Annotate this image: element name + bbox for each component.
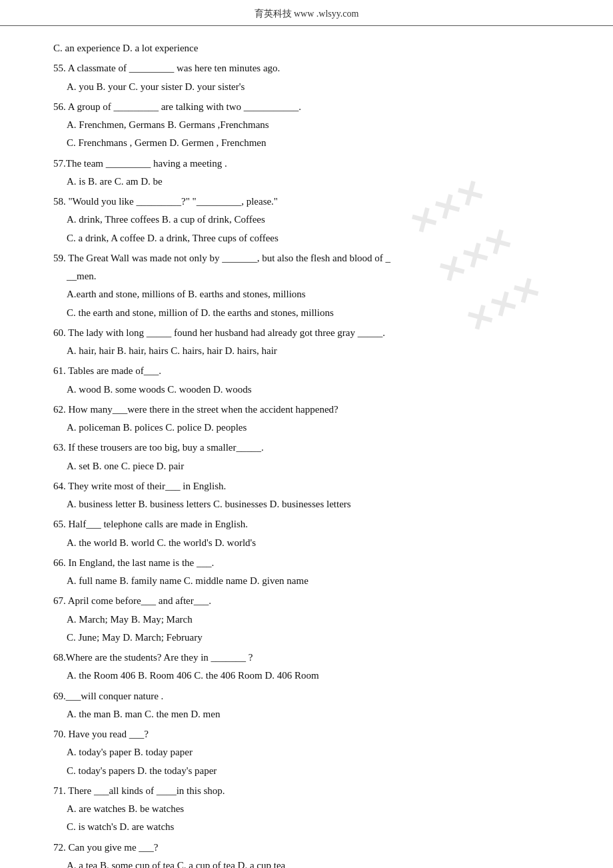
question-block-q71: 71. There ___all kinds of ____in this sh… [53, 782, 573, 836]
question-block-q59: 59. The Great Wall was made not only by … [53, 249, 573, 321]
question-block-q72: 72. Can you give me ___? A. a tea B. som… [53, 839, 573, 869]
question-block-q61: 61. Tables are made of___. A. wood B. so… [53, 362, 573, 398]
question-block-q58: 58. "Would you like _________?" "_______… [53, 193, 573, 247]
question-block-q56: 56. A group of _________ are talking wit… [53, 98, 573, 152]
question-line: 55. A classmate of _________ was here te… [53, 59, 573, 77]
question-line: A. the man B. man C. the men D. men [53, 705, 573, 723]
question-line: 65. Half___ telephone calls are made in … [53, 515, 573, 533]
question-line: 61. Tables are made of___. [53, 362, 573, 379]
question-line: __men. [53, 267, 573, 285]
question-line: 62. How many___were there in the street … [53, 401, 573, 418]
question-line: A. you B. your C. your sister D. your si… [53, 78, 573, 95]
question-block-q64: 64. They write most of their___ in Engli… [53, 477, 573, 513]
content: ✕✕✕✕✕✕✕✕✕ C. an experience D. a lot expe… [0, 33, 613, 868]
question-line: A. wood B. some woods C. wooden D. woods [53, 381, 573, 398]
question-block-q68: 68.Where are the students? Are they in _… [53, 649, 573, 685]
question-line: A. policeman B. polices C. police D. peo… [53, 419, 573, 436]
question-line: 68.Where are the students? Are they in _… [53, 649, 573, 666]
question-line: 60. The lady with long _____ found her h… [53, 324, 573, 341]
question-line: A. business letter B. business letters C… [53, 495, 573, 513]
question-block-q66: 66. In England, the last name is the ___… [53, 554, 573, 590]
question-line: 58. "Would you like _________?" "_______… [53, 193, 573, 210]
question-line: C. today's papers D. the today's paper [53, 762, 573, 779]
question-line: A. hair, hair B. hair, hairs C. hairs, h… [53, 342, 573, 359]
questions-container: C. an experience D. a lot experience55. … [53, 39, 573, 868]
question-block-q67: 67. April come before___ and after___. A… [53, 592, 573, 646]
question-line: A. a tea B. some cup of tea C. a cup of … [53, 857, 573, 868]
question-line: A. drink, Three coffees B. a cup of drin… [53, 211, 573, 228]
question-block-q70: 70. Have you read ___? A. today's paper … [53, 725, 573, 779]
question-line: 67. April come before___ and after___. [53, 592, 573, 609]
question-line: C. June; May D. March; February [53, 629, 573, 646]
question-line: A. set B. one C. piece D. pair [53, 457, 573, 475]
question-block-q63: 63. If these trousers are too big, buy a… [53, 439, 573, 475]
question-line: C. the earth and stone, million of D. th… [53, 304, 573, 321]
question-line: C. an experience D. a lot experience [53, 39, 573, 57]
question-line: 70. Have you read ___? [53, 725, 573, 743]
question-line: A. March; May B. May; March [53, 611, 573, 628]
question-line: A. the world B. world C. the world's D. … [53, 534, 573, 551]
header-title: 育英科技 www .wlsyy.com [255, 9, 359, 19]
question-line: A. full name B. family name C. middle na… [53, 572, 573, 589]
question-line: A. the Room 406 B. Room 406 C. the 406 R… [53, 667, 573, 684]
question-line: A. today's paper B. today paper [53, 743, 573, 761]
question-block-q62: 62. How many___were there in the street … [53, 401, 573, 437]
question-line: 71. There ___all kinds of ____in this sh… [53, 782, 573, 799]
question-block-q55: 55. A classmate of _________ was here te… [53, 59, 573, 95]
question-line: 72. Can you give me ___? [53, 839, 573, 856]
question-line: A. is B. are C. am D. be [53, 173, 573, 190]
question-block-intro: C. an experience D. a lot experience [53, 39, 573, 57]
question-line: C. is watch's D. are watchs [53, 818, 573, 835]
question-line: 56. A group of _________ are talking wit… [53, 98, 573, 115]
question-line: C. a drink, A coffee D. a drink, Three c… [53, 229, 573, 247]
question-line: A.earth and stone, millions of B. earths… [53, 285, 573, 303]
question-line: 63. If these trousers are too big, buy a… [53, 439, 573, 456]
question-line: 64. They write most of their___ in Engli… [53, 477, 573, 495]
question-line: A. are watches B. be watches [53, 800, 573, 817]
question-line: 59. The Great Wall was made not only by … [53, 249, 573, 267]
question-block-q65: 65. Half___ telephone calls are made in … [53, 515, 573, 551]
question-line: 57.The team _________ having a meeting . [53, 155, 573, 172]
question-line: 69.___will conquer nature . [53, 687, 573, 705]
question-line: 66. In England, the last name is the ___… [53, 554, 573, 571]
header: 育英科技 www .wlsyy.com [0, 0, 613, 26]
question-block-q57: 57.The team _________ having a meeting .… [53, 155, 573, 191]
question-block-q69: 69.___will conquer nature . A. the man B… [53, 687, 573, 723]
question-line: A. Frenchmen, Germans B. Germans ,French… [53, 116, 573, 133]
question-block-q60: 60. The lady with long _____ found her h… [53, 324, 573, 360]
question-line: C. Frenchmans , Germen D. Germen , Frenc… [53, 134, 573, 151]
